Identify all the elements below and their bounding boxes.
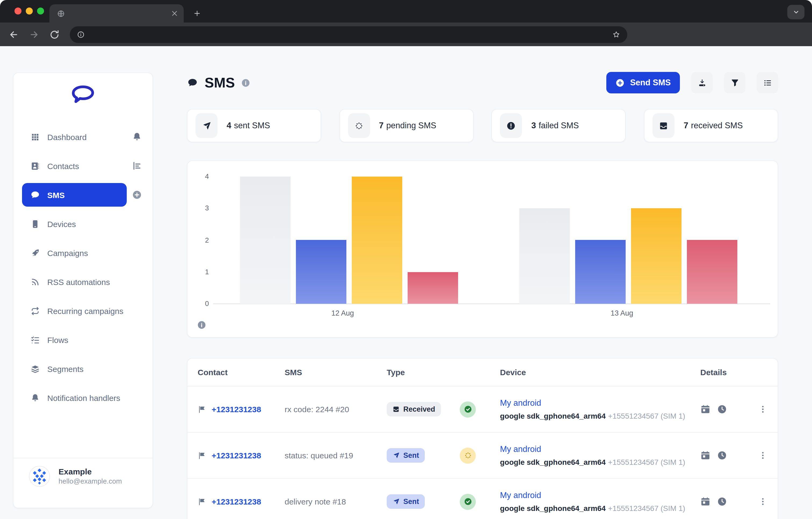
stat-text: 7pending SMS <box>379 121 436 130</box>
app-logo-icon <box>70 84 95 106</box>
sidebar-item-dashboard[interactable]: Dashboard <box>13 122 152 151</box>
stat-card-sent-SMS: 4sent SMS <box>187 109 321 142</box>
status-success-icon <box>460 401 476 417</box>
type-badge-sent: Sent <box>387 448 425 463</box>
profile[interactable]: Example hello@example.com <box>13 466 152 487</box>
type-badge-sent: Sent <box>387 494 425 509</box>
bookmark-star-icon[interactable] <box>612 30 620 38</box>
reload-button[interactable] <box>50 29 60 39</box>
sidebar-item-main[interactable]: Recurring campaigns <box>22 299 142 323</box>
column-header-details: Details <box>700 368 778 377</box>
clock-icon[interactable] <box>717 404 727 414</box>
sidebar-item-main[interactable]: RSS automations <box>22 270 142 294</box>
send-sms-label: Send SMS <box>630 78 671 88</box>
close-tab-icon[interactable] <box>171 10 178 17</box>
table-row: +1231231238status: queued #19SentMy andr… <box>187 433 778 479</box>
browser-toolbar <box>0 23 812 46</box>
type-cell: Received <box>387 401 500 417</box>
sidebar-divider <box>13 458 152 458</box>
site-info-icon[interactable] <box>77 30 85 38</box>
sidebar-item-contacts[interactable]: Contacts <box>13 151 152 180</box>
back-button[interactable] <box>8 29 19 39</box>
info-icon[interactable] <box>241 78 251 87</box>
stat-value: 7 <box>379 121 383 130</box>
stat-icon-tile <box>500 113 522 138</box>
sms-cell: delivery note #18 <box>285 497 387 506</box>
tab-bar <box>0 0 812 23</box>
kebab-menu-icon[interactable] <box>758 405 767 414</box>
sidebar-item-main[interactable]: Contacts <box>22 154 127 178</box>
sidebar-item-main[interactable]: Devices <box>22 212 142 236</box>
stat-label: received SMS <box>691 121 743 130</box>
sidebar-item-main[interactable]: Campaigns <box>22 241 142 265</box>
list-view-button[interactable] <box>757 72 778 93</box>
sidebar-item-recurring-campaigns[interactable]: Recurring campaigns <box>13 296 152 325</box>
sidebar-item-main[interactable]: Dashboard <box>22 125 127 149</box>
stat-card-pending-SMS: 7pending SMS <box>339 109 473 142</box>
stat-label: sent SMS <box>234 121 270 130</box>
sidebar-item-sms[interactable]: SMS <box>13 180 152 209</box>
device-cell: My androidgoogle sdk_gphone64_arm64 +155… <box>500 396 700 422</box>
bell-icon <box>31 393 40 402</box>
sidebar-item-label: Devices <box>47 219 76 228</box>
contact-card-icon <box>31 161 40 171</box>
address-bar[interactable] <box>70 26 627 43</box>
checklist-icon <box>31 335 40 344</box>
details-cell <box>700 404 778 414</box>
close-window-button[interactable] <box>14 7 22 14</box>
stat-card-failed-SMS: 3failed SMS <box>492 109 626 142</box>
sidebar-item-notification-handlers[interactable]: Notification handlers <box>13 383 152 412</box>
browser-tab[interactable] <box>50 4 184 23</box>
bar-chart-icon[interactable] <box>132 161 142 171</box>
inbox-icon <box>393 406 400 413</box>
new-tab-button[interactable] <box>190 6 204 21</box>
sidebar: DashboardContactsSMSDevicesCampaignsRSS … <box>13 72 153 508</box>
column-header-contact: Contact <box>198 368 285 377</box>
tab-search-button[interactable] <box>787 5 805 19</box>
contact-link[interactable]: +1231231238 <box>211 497 261 506</box>
clock-icon[interactable] <box>717 496 727 507</box>
status-success-icon <box>460 493 476 510</box>
grid-icon <box>31 132 40 142</box>
send-sms-button[interactable]: Send SMS <box>606 72 680 93</box>
bar-pending-13-Aug <box>631 208 682 304</box>
kebab-menu-icon[interactable] <box>758 497 767 506</box>
sidebar-item-label: Campaigns <box>47 248 88 257</box>
forward-button[interactable] <box>29 29 39 39</box>
sidebar-item-main[interactable]: Flows <box>22 328 142 352</box>
sidebar-item-flows[interactable]: Flows <box>13 325 152 354</box>
device-model: google sdk_gphone64_arm64 <box>500 458 606 466</box>
filter-button[interactable] <box>724 72 746 93</box>
contact-link[interactable]: +1231231238 <box>211 405 261 414</box>
minimize-window-button[interactable] <box>26 7 33 14</box>
column-header-sms: SMS <box>285 368 387 377</box>
sidebar-item-devices[interactable]: Devices <box>13 209 152 238</box>
device-link[interactable]: My android <box>500 444 541 453</box>
check-circle-icon <box>463 497 472 506</box>
sms-cell: status: queued #19 <box>285 451 387 460</box>
sidebar-item-rss-automations[interactable]: RSS automations <box>13 267 152 296</box>
zoom-window-button[interactable] <box>37 7 44 14</box>
sidebar-item-main[interactable]: Notification handlers <box>22 386 142 409</box>
calendar-icon[interactable] <box>700 496 710 507</box>
sidebar-item-label: SMS <box>47 190 65 200</box>
sidebar-item-main[interactable]: Segments <box>22 357 142 380</box>
sidebar-item-campaigns[interactable]: Campaigns <box>13 238 152 267</box>
stat-icon-tile <box>348 113 370 138</box>
plus-circle-icon[interactable] <box>132 190 142 200</box>
device-link[interactable]: My android <box>500 398 541 407</box>
export-button[interactable] <box>691 72 713 93</box>
bell-icon[interactable] <box>132 132 142 142</box>
chart-info-icon[interactable] <box>197 320 206 330</box>
sidebar-item-main[interactable]: SMS <box>22 183 127 207</box>
sms-cell: rx code: 2244 #20 <box>285 405 387 414</box>
sidebar-item-segments[interactable]: Segments <box>13 354 152 383</box>
app-window: DashboardContactsSMSDevicesCampaignsRSS … <box>0 0 812 519</box>
rss-icon <box>31 277 40 286</box>
calendar-icon[interactable] <box>700 404 710 414</box>
kebab-menu-icon[interactable] <box>758 451 767 460</box>
calendar-icon[interactable] <box>700 450 710 460</box>
device-link[interactable]: My android <box>500 490 541 499</box>
contact-link[interactable]: +1231231238 <box>211 451 261 460</box>
clock-icon[interactable] <box>717 450 727 460</box>
